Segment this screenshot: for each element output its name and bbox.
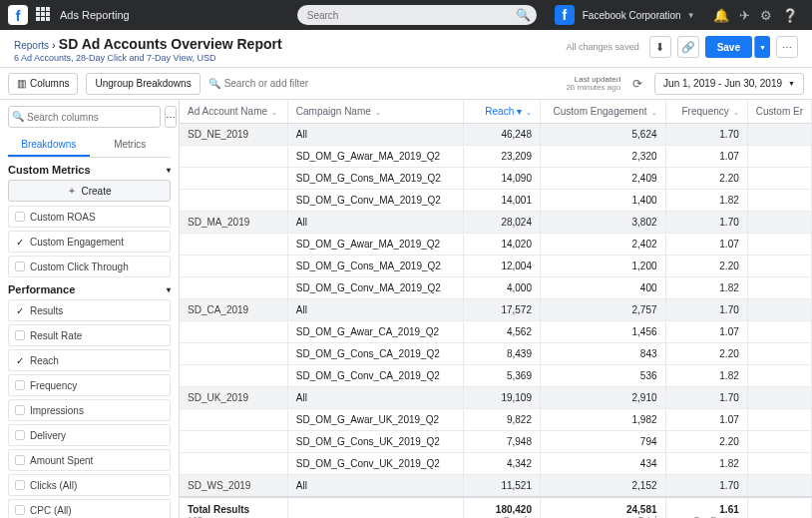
- chevron-down-icon: ⌄: [733, 109, 739, 116]
- performance-metric-item[interactable]: ✓Results: [8, 299, 171, 321]
- checkbox-empty: [15, 430, 25, 440]
- chevron-down-icon: ⌄: [375, 109, 381, 116]
- campaign-row[interactable]: SD_OM_G_Conv_MA_2019_Q214,0011,4001.82: [180, 190, 812, 212]
- campaign-row[interactable]: SD_OM_G_Awar_MA_2019_Q223,2092,3201.07: [180, 146, 812, 168]
- engagement-value: 1,200: [540, 256, 665, 277]
- date-range-picker[interactable]: Jun 1, 2019 - Jun 30, 2019 ▼: [654, 73, 804, 95]
- reach-value: 11,521: [463, 475, 540, 498]
- performance-metric-item[interactable]: Result Rate: [8, 324, 171, 346]
- apps-grid-icon[interactable]: [36, 7, 52, 23]
- reach-value: 4,342: [463, 453, 540, 475]
- report-title: SD Ad Accounts Overview Report: [59, 36, 282, 52]
- campaign-row[interactable]: SD_OM_G_Conv_MA_2019_Q24,0004001.82: [180, 277, 812, 299]
- breadcrumb-root[interactable]: Reports: [14, 40, 49, 51]
- engagement-value: 2,152: [540, 475, 665, 498]
- frequency-value: 1.07: [665, 409, 747, 431]
- campaign-row[interactable]: SD_OM_G_Awar_MA_2019_Q214,0202,4021.07: [180, 234, 812, 256]
- campaign-row[interactable]: SD_OM_G_Cons_MA_2019_Q214,0902,4092.20: [180, 168, 812, 190]
- group-performance[interactable]: Performance▾: [8, 283, 171, 295]
- filter-input[interactable]: [224, 78, 404, 89]
- reach-value: 8,439: [463, 343, 540, 365]
- col-custom-extra[interactable]: Custom Er: [747, 100, 811, 124]
- check-icon: ✓: [15, 305, 25, 316]
- custom-metric-item[interactable]: Custom ROAS: [8, 206, 171, 228]
- col-custom-engagement[interactable]: Custom Engagement⌄: [540, 100, 665, 124]
- custom-metric-item[interactable]: Custom Click Through: [8, 256, 171, 277]
- frequency-value: 2.20: [665, 256, 747, 277]
- check-icon: ✓: [15, 355, 25, 366]
- breadcrumb-separator: ›: [52, 39, 56, 51]
- company-name: Facebook Corporation: [583, 10, 681, 21]
- search-icon[interactable]: 🔍: [516, 8, 531, 22]
- total-engagement: 24,581Total: [540, 497, 665, 518]
- performance-metric-item[interactable]: Clicks (All): [8, 474, 171, 496]
- engagement-value: 2,409: [540, 168, 665, 190]
- custom-metric-item[interactable]: ✓Custom Engagement: [8, 231, 171, 253]
- frequency-value: 1.07: [665, 321, 747, 343]
- filter-bar[interactable]: 🔍: [208, 78, 559, 89]
- company-switcher[interactable]: Facebook Corporation ▼: [583, 10, 695, 21]
- frequency-value: 1.82: [665, 277, 747, 299]
- group-custom-metrics[interactable]: Custom Metrics▾: [8, 164, 171, 176]
- campaign-row[interactable]: SD_OM_G_Cons_UK_2019_Q27,9487942.20: [180, 431, 812, 453]
- tab-breakdowns[interactable]: Breakdowns: [8, 134, 90, 157]
- performance-metric-item[interactable]: Impressions: [8, 399, 171, 421]
- reach-value: 14,090: [463, 168, 540, 190]
- frequency-value: 1.82: [665, 190, 747, 212]
- engagement-value: 843: [540, 343, 665, 365]
- ungroup-breakdowns-button[interactable]: Ungroup Breakdowns: [86, 73, 200, 95]
- col-reach[interactable]: Reach ▾⌄: [463, 100, 540, 124]
- col-campaign-name[interactable]: Campaign Name⌄: [287, 100, 463, 124]
- performance-metric-item[interactable]: CPC (All): [8, 499, 171, 518]
- account-name: SD_UK_2019: [180, 387, 287, 409]
- campaign-row[interactable]: SD_OM_G_Awar_CA_2019_Q24,5621,4561.07: [180, 321, 812, 343]
- more-actions-button[interactable]: ⋯: [776, 36, 798, 58]
- col-frequency[interactable]: Frequency⌄: [665, 100, 747, 124]
- tab-metrics[interactable]: Metrics: [90, 134, 172, 157]
- campaign-row[interactable]: SD_OM_G_Awar_UK_2019_Q29,8221,9821.07: [180, 409, 812, 431]
- reach-value: 7,948: [463, 431, 540, 453]
- col-ad-account-name[interactable]: Ad Account Name⌄: [180, 100, 287, 124]
- performance-metric-item[interactable]: Delivery: [8, 424, 171, 446]
- settings-gear-icon[interactable]: ⚙: [760, 8, 772, 23]
- rocket-icon[interactable]: ✈: [739, 8, 750, 23]
- columns-more-button[interactable]: ⋯: [165, 106, 177, 128]
- facebook-logo[interactable]: f: [8, 5, 28, 25]
- engagement-value: 434: [540, 453, 665, 475]
- engagement-value: 1,400: [540, 190, 665, 212]
- account-summary-row[interactable]: SD_UK_2019All19,1092,9101.70: [180, 387, 812, 409]
- performance-metric-item[interactable]: ✓Reach: [8, 349, 171, 371]
- save-dropdown[interactable]: ▼: [754, 36, 770, 58]
- global-search-input[interactable]: [297, 5, 537, 25]
- performance-metric-item[interactable]: Amount Spent: [8, 449, 171, 471]
- account-name: SD_NE_2019: [180, 124, 287, 146]
- performance-metric-item[interactable]: Frequency: [8, 374, 171, 396]
- engagement-value: 2,402: [540, 234, 665, 256]
- campaign-row[interactable]: SD_OM_G_Cons_CA_2019_Q28,4398432.20: [180, 343, 812, 365]
- total-results-label: Total Results125 rows: [180, 497, 287, 518]
- frequency-value: 1.82: [665, 453, 747, 475]
- create-metric-button[interactable]: ＋ Create: [8, 180, 171, 202]
- reach-value: 5,369: [463, 365, 540, 387]
- campaign-row[interactable]: SD_OM_G_Conv_UK_2019_Q24,3424341.82: [180, 453, 812, 475]
- engagement-value: 1,456: [540, 321, 665, 343]
- save-button[interactable]: Save: [705, 36, 752, 58]
- account-summary-row[interactable]: SD_MA_2019All28,0243,8021.70: [180, 212, 812, 234]
- columns-search-input[interactable]: [8, 106, 161, 128]
- campaign-name: SD_OM_G_Cons_UK_2019_Q2: [287, 431, 463, 453]
- help-icon[interactable]: ❔: [782, 8, 798, 23]
- refresh-icon[interactable]: ⟳: [632, 77, 642, 91]
- caret-icon: ▾: [167, 285, 171, 294]
- company-logo[interactable]: f: [555, 5, 575, 25]
- frequency-value: 2.20: [665, 343, 747, 365]
- columns-button[interactable]: ▥ Columns: [8, 73, 78, 95]
- download-button[interactable]: ⬇: [649, 36, 671, 58]
- campaign-row[interactable]: SD_OM_G_Cons_MA_2019_Q212,0041,2002.20: [180, 256, 812, 277]
- account-summary-row[interactable]: SD_CA_2019All17,5722,7571.70: [180, 299, 812, 321]
- notifications-icon[interactable]: 🔔: [713, 8, 729, 23]
- link-button[interactable]: 🔗: [677, 36, 699, 58]
- account-summary-row[interactable]: SD_NE_2019All46,2485,6241.70: [180, 124, 812, 146]
- campaign-name: SD_OM_G_Awar_MA_2019_Q2: [287, 146, 463, 168]
- account-summary-row[interactable]: SD_WS_2019All11,5212,1521.70: [180, 475, 812, 498]
- campaign-row[interactable]: SD_OM_G_Conv_CA_2019_Q25,3695361.82: [180, 365, 812, 387]
